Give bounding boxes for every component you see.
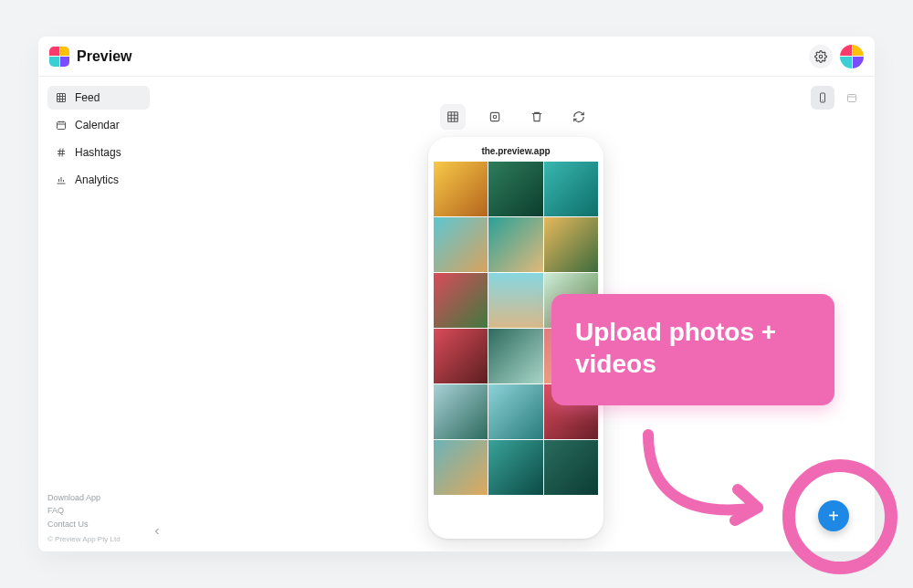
app-logo-icon — [49, 47, 69, 67]
feed-tile[interactable] — [434, 440, 488, 495]
sidebar-item-label: Feed — [75, 91, 100, 104]
toolbar-filters-button[interactable] — [482, 104, 508, 130]
app-title: Preview — [77, 48, 131, 65]
footer-link-faq[interactable]: FAQ — [47, 504, 150, 517]
svg-rect-5 — [448, 112, 458, 122]
sidebar-item-label: Analytics — [75, 173, 119, 186]
feed-tile[interactable] — [488, 384, 542, 439]
sidebar-item-label: Hashtags — [75, 146, 121, 159]
feed-tile[interactable] — [488, 329, 542, 383]
svg-point-7 — [493, 115, 497, 119]
trash-icon — [530, 110, 543, 123]
calendar-outline-icon — [846, 92, 857, 103]
settings-button[interactable] — [809, 45, 833, 68]
calendar-icon — [55, 119, 68, 131]
feed-tile[interactable] — [434, 162, 488, 216]
feed-tile[interactable] — [544, 162, 598, 216]
svg-rect-4 — [848, 95, 856, 102]
feed-tile[interactable] — [434, 329, 488, 383]
toolbar-trash-button[interactable] — [524, 104, 550, 130]
annotation-highlight-circle — [782, 459, 897, 574]
feed-toolbar — [440, 104, 592, 130]
sidebar-item-analytics[interactable]: Analytics — [47, 168, 150, 192]
svg-rect-6 — [490, 112, 498, 121]
sidebar-item-calendar[interactable]: Calendar — [47, 113, 150, 137]
sidebar-item-label: Calendar — [75, 119, 120, 131]
toolbar-grid-button[interactable] — [440, 104, 466, 130]
feed-tile[interactable] — [544, 217, 598, 272]
chart-icon — [55, 173, 68, 186]
phone-icon — [817, 91, 828, 104]
feed-tile[interactable] — [488, 217, 542, 272]
sidebar: Feed Calendar Hashtags Analytics — [38, 77, 157, 551]
grid-icon — [55, 91, 68, 104]
footer-link-download[interactable]: Download App — [47, 491, 150, 504]
feed-tile[interactable] — [488, 162, 542, 216]
footer-link-contact[interactable]: Contact Us — [47, 518, 150, 530]
annotation-text: Upload photos + videos — [575, 318, 776, 378]
feed-tile[interactable] — [434, 217, 488, 272]
annotation-callout: Upload photos + videos — [551, 294, 834, 405]
feed-tile[interactable] — [544, 440, 598, 495]
sidebar-footer: Download App FAQ Contact Us © Preview Ap… — [47, 491, 150, 546]
grid-icon — [446, 110, 459, 123]
gear-icon — [814, 50, 827, 63]
sidebar-item-feed[interactable]: Feed — [47, 86, 150, 110]
app-header: Preview — [38, 37, 875, 77]
sidebar-item-hashtags[interactable]: Hashtags — [47, 141, 150, 164]
sparkles-icon — [488, 110, 501, 123]
svg-rect-2 — [58, 122, 66, 130]
phone-username: the.preview.app — [434, 144, 598, 162]
svg-rect-1 — [58, 94, 66, 102]
feed-tile[interactable] — [434, 273, 488, 328]
feed-tile[interactable] — [434, 384, 488, 439]
svg-point-0 — [819, 55, 823, 58]
avatar[interactable] — [840, 45, 864, 68]
copyright-text: © Preview App Pty Ltd — [47, 534, 150, 546]
feed-tile[interactable] — [488, 440, 542, 495]
view-toggle — [811, 86, 864, 110]
hash-icon — [55, 146, 68, 159]
view-phone-button[interactable] — [811, 86, 834, 110]
refresh-icon — [572, 110, 585, 123]
feed-tile[interactable] — [488, 273, 542, 328]
view-calendar-button[interactable] — [840, 86, 864, 110]
toolbar-refresh-button[interactable] — [566, 104, 592, 130]
